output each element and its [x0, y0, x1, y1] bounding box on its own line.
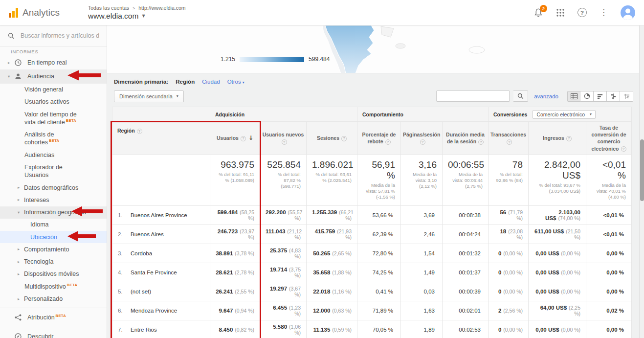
sidebar-item-multidispositivo[interactable]: MultidispositivoBETA [0, 280, 107, 293]
sidebar-item-comportamiento[interactable]: ▸ Comportamiento [0, 243, 107, 255]
dimension-ciudad[interactable]: Ciudad [202, 79, 220, 85]
breadcrumb-property[interactable]: http://www.eldia.com [138, 5, 185, 11]
col-header-ingresos[interactable]: Ingresos? [529, 122, 586, 155]
region-cell[interactable]: 5. (not set) [112, 282, 210, 301]
region-cell[interactable]: 6. Mendoza Province [112, 301, 210, 320]
view-performance-button[interactable] [594, 91, 607, 102]
metric-cell-tasa: <0,01 % [586, 225, 632, 244]
metric-cell-paginas: 1,54 [401, 244, 443, 263]
advanced-link[interactable]: avanzado [534, 93, 558, 99]
page-scrollbar[interactable] [639, 25, 644, 338]
help-icon[interactable]: ? [241, 136, 246, 141]
help-icon[interactable]: ? [282, 139, 287, 145]
dimension-region[interactable]: Región [176, 79, 195, 85]
region-name[interactable]: (not set) [131, 289, 151, 294]
apps-grid-button[interactable] [556, 8, 565, 17]
sidebar-item-ubicacion[interactable]: Ubicación [0, 231, 107, 243]
secondary-dimension-button[interactable]: Dimensión secundaria ▾ [114, 90, 184, 102]
metric-cell-ingresos: 611,00 US$(21,50 %) [529, 225, 586, 244]
more-options-button[interactable]: ⋮ [600, 8, 608, 17]
metric-cell-tasa: 0,02 % [586, 301, 632, 320]
table-row[interactable]: 3. Cordoba 38.891(3,78 %) 25.375(4,83 %)… [112, 244, 632, 263]
region-cell[interactable]: 1. Buenos Aires Province [112, 205, 210, 225]
sidebar-item-label: En tiempo real [27, 59, 102, 67]
col-header-usuarios[interactable]: Usuarios?↓ [210, 122, 260, 155]
help-icon[interactable]: ? [478, 139, 484, 145]
table-row[interactable]: 4. Santa Fe Province 28.621(2,78 %) 19.7… [112, 263, 632, 282]
view-table-button[interactable] [567, 91, 580, 102]
col-header-porcentaje-rebote[interactable]: Porcentaje de rebote? [357, 122, 401, 155]
sidebar-item-atribucion[interactable]: AtribuciónBETA [0, 311, 107, 324]
region-name[interactable]: Santa Fe Province [131, 270, 177, 275]
sidebar-item-idioma[interactable]: Idioma [0, 219, 107, 231]
sidebar-item-descubrir[interactable]: Descubrir [0, 330, 107, 338]
scrollbar-thumb[interactable] [640, 139, 644, 201]
sidebar-item-audiencia[interactable]: ▾ Audiencia [0, 69, 107, 83]
sidebar-item-analisis-cohortes[interactable]: Análisis de cohortesBETA [0, 129, 107, 149]
region-name[interactable]: Entre Rios [131, 327, 157, 333]
row-number: 3. [118, 250, 131, 256]
sidebar-item-datos-demograficos[interactable]: ▸ Datos demográficos [0, 181, 107, 194]
beta-badge: BETA [49, 138, 59, 143]
property-selector[interactable]: www.eldia.com ▼ [88, 12, 185, 21]
sidebar-item-informacion-geografica[interactable]: ▾ Información geográfica [0, 206, 107, 219]
region-name[interactable]: Cordoba [131, 250, 152, 256]
table-search-input[interactable] [436, 90, 510, 102]
sidebar-item-explorador-usuarios[interactable]: Explorador de Usuarios [0, 161, 107, 182]
sidebar-divider [0, 327, 107, 327]
sidebar-item-valor-tiempo-vida[interactable]: Valor del tiempo de vida del clienteBETA [0, 108, 107, 129]
help-icon[interactable]: ? [566, 136, 572, 141]
table-row[interactable]: 5. (not set) 26.241(2,55 %) 19.297(3,67 … [112, 282, 632, 301]
sidebar-search[interactable] [0, 25, 107, 46]
view-percentage-button[interactable] [580, 91, 594, 102]
region-name[interactable]: Mendoza Province [131, 308, 177, 314]
sidebar-item-dispositivos-moviles[interactable]: ▸ Dispositivos móviles [0, 268, 107, 280]
sidebar-item-tecnologia[interactable]: ▸ Tecnología [0, 256, 107, 268]
region-name[interactable]: Buenos Aires Province [131, 212, 187, 218]
view-comparison-button[interactable] [607, 91, 620, 102]
table-row[interactable]: 7. Entre Rios 8.450(0,82 %) 5.580(1,06 %… [112, 320, 632, 338]
geo-map[interactable]: 1.215 599.484 [107, 25, 644, 73]
table-search-button[interactable] [513, 90, 528, 102]
col-header-region[interactable]: Región? [112, 107, 210, 155]
region-cell[interactable]: 3. Cordoba [112, 244, 210, 263]
region-cell[interactable]: 7. Entre Rios [112, 320, 210, 338]
help-icon[interactable]: ? [341, 136, 347, 141]
metric-cell-rebote: 72,80 % [357, 244, 401, 263]
table-row[interactable]: 6. Mendoza Province 9.647(0,94 %) 6.455(… [112, 301, 632, 320]
dimension-otros[interactable]: Otros▾ [227, 79, 244, 85]
table-row[interactable]: 1. Buenos Aires Province 599.484(58,25 %… [112, 205, 632, 225]
help-icon[interactable]: ? [420, 139, 425, 145]
search-input[interactable] [21, 32, 99, 39]
help-icon[interactable]: ? [137, 129, 142, 134]
col-header-transacciones[interactable]: Transacciones? [489, 122, 529, 155]
sidebar-item-intereses[interactable]: ▸ Intereses [0, 194, 107, 206]
help-icon[interactable]: ? [621, 146, 626, 152]
help-button[interactable]: ? [577, 8, 587, 17]
col-header-usuarios-nuevos[interactable]: Usuarios nuevos? [260, 122, 307, 155]
help-icon[interactable]: ? [507, 139, 512, 145]
account-avatar[interactable] [621, 5, 635, 20]
notifications-button[interactable]: 2 [533, 8, 543, 18]
col-header-sesiones[interactable]: Sesiones? [307, 122, 357, 155]
ecommerce-selector[interactable]: Comercio electrónico▾ [533, 110, 596, 119]
region-cell[interactable]: 4. Santa Fe Province [112, 263, 210, 282]
col-header-tasa-conversion[interactable]: Tasa de conversión de comercio electróni… [586, 122, 632, 155]
sidebar-item-label: Información geográfica [24, 208, 89, 216]
sidebar-item-audiencias[interactable]: Audiencias [0, 149, 107, 161]
region-cell[interactable]: 2. Buenos Aires [112, 225, 210, 244]
view-pivot-button[interactable] [620, 91, 633, 102]
sidebar-item-en-tiempo-real[interactable]: ▸ En tiempo real [0, 56, 107, 69]
help-icon[interactable]: ? [385, 139, 391, 145]
table-row[interactable]: 2. Buenos Aires 246.723(23,97 %) 111.043… [112, 225, 632, 244]
col-header-paginas-sesion[interactable]: Páginas/sesión? [401, 122, 443, 155]
account-switcher[interactable]: Todas las cuentas > http://www.eldia.com… [88, 5, 185, 21]
sidebar-item-vision-general[interactable]: Visión general [0, 84, 107, 96]
region-name[interactable]: Buenos Aires [131, 231, 164, 237]
metric-cell-duracion: 00:08:38 [443, 205, 489, 225]
col-header-duracion-media[interactable]: Duración media de la sesión? [443, 122, 489, 155]
row-number: 4. [118, 270, 131, 275]
sidebar-item-usuarios-activos[interactable]: Usuarios activos [0, 96, 107, 108]
breadcrumb-root[interactable]: Todas las cuentas [88, 5, 129, 11]
sidebar-item-personalizado[interactable]: ▸ Personalizado [0, 293, 107, 305]
